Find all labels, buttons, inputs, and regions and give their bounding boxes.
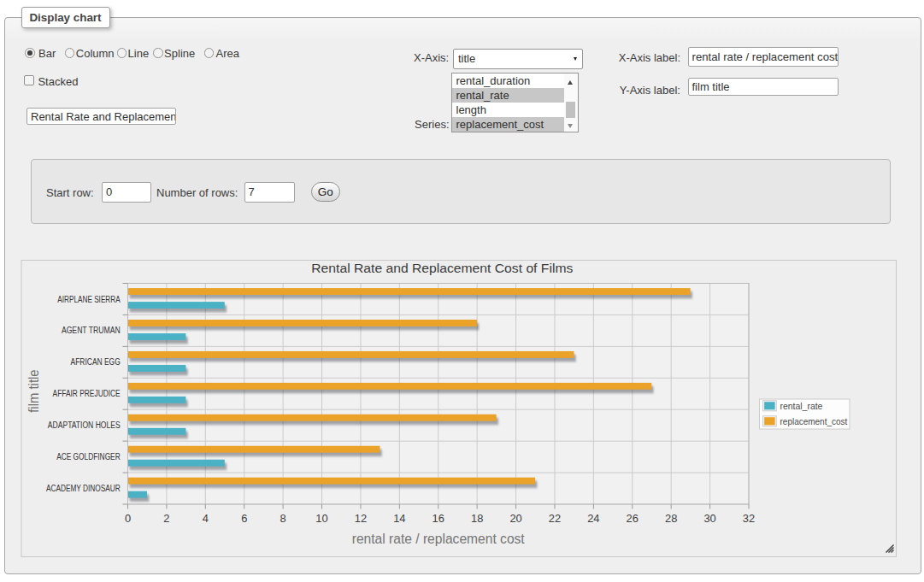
svg-text:replacement_cost: replacement_cost <box>780 417 848 426</box>
svg-text:ADAPTATION HOLES: ADAPTATION HOLES <box>48 420 121 430</box>
svg-text:12: 12 <box>355 512 367 525</box>
svg-text:8: 8 <box>280 512 286 525</box>
svg-text:24: 24 <box>587 512 599 525</box>
svg-text:AFFAIR PREJUDICE: AFFAIR PREJUDICE <box>53 389 121 398</box>
svg-text:Rental Rate and Replacement Co: Rental Rate and Replacement Cost of Film… <box>311 261 573 275</box>
svg-text:AGENT TRUMAN: AGENT TRUMAN <box>62 326 121 335</box>
svg-text:14: 14 <box>393 512 405 525</box>
svg-text:30: 30 <box>703 512 715 525</box>
svg-text:film title: film title <box>26 369 41 412</box>
svg-text:16: 16 <box>433 512 444 525</box>
svg-text:32: 32 <box>743 512 755 525</box>
svg-text:6: 6 <box>241 512 247 525</box>
svg-text:20: 20 <box>509 512 521 525</box>
svg-text:AIRPLANE SIERRA: AIRPLANE SIERRA <box>57 295 121 304</box>
svg-text:ACE GOLDFINGER: ACE GOLDFINGER <box>56 452 121 461</box>
svg-text:rental rate / replacement cost: rental rate / replacement cost <box>352 532 526 546</box>
svg-text:4: 4 <box>203 512 209 525</box>
svg-text:10: 10 <box>315 512 327 525</box>
svg-text:26: 26 <box>627 512 639 525</box>
svg-text:AFRICAN EGG: AFRICAN EGG <box>71 357 121 367</box>
svg-text:ACADEMY DINOSAUR: ACADEMY DINOSAUR <box>46 484 121 493</box>
svg-text:28: 28 <box>665 512 677 525</box>
svg-text:0: 0 <box>125 512 131 525</box>
svg-text:2: 2 <box>163 512 169 525</box>
svg-text:22: 22 <box>549 512 561 525</box>
svg-text:rental_rate: rental_rate <box>780 402 823 411</box>
svg-text:18: 18 <box>471 512 483 525</box>
